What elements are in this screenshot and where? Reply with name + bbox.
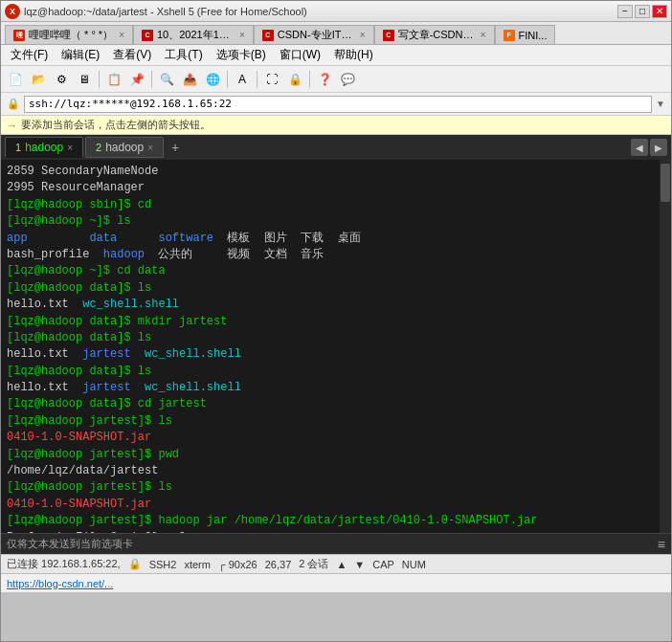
- toolbar-settings-btn[interactable]: ⚙: [51, 69, 72, 90]
- toolbar-new-btn[interactable]: 📄: [5, 69, 26, 90]
- toolbar-help-btn[interactable]: ❓: [314, 69, 335, 90]
- xshell-add-tab-btn[interactable]: +: [166, 138, 185, 157]
- terminal-scrollbar[interactable]: [660, 160, 671, 533]
- toolbar-fullscreen-btn[interactable]: ⛶: [261, 69, 282, 90]
- arrow-icon: →: [7, 120, 17, 131]
- tab2-close[interactable]: ×: [239, 30, 245, 40]
- term-line-10: [lqz@hadoop data]$ mkdir jartest: [7, 314, 654, 330]
- menu-tools[interactable]: 工具(T): [159, 45, 208, 65]
- status-num: NUM: [402, 559, 426, 570]
- xshell-tab-2[interactable]: 2 hadoop ×: [85, 137, 164, 158]
- menu-file[interactable]: 文件(F): [5, 45, 54, 65]
- close-button[interactable]: ✕: [652, 5, 667, 18]
- tab1-name: hadoop: [25, 141, 63, 154]
- menu-help[interactable]: 帮助(H): [328, 45, 379, 65]
- session-arrow-up[interactable]: ▲: [336, 559, 347, 570]
- fin-favicon: F: [504, 30, 515, 41]
- xshell-tabs-bar: 1 hadoop × 2 hadoop × + ◀ ▶: [1, 135, 671, 160]
- input-bar: 仅将文本发送到当前选项卡 ≡: [1, 533, 671, 554]
- term-line-17: 0410-1.0-SNAPSHOT.jar: [7, 430, 654, 446]
- address-bar: 🔒 ▼: [1, 93, 671, 116]
- write-favicon: C: [383, 30, 394, 41]
- terminal-container: 2859 SecondaryNameNode 2995 ResourceMana…: [1, 160, 671, 533]
- toolbar-open-btn[interactable]: 📂: [28, 69, 49, 90]
- csdn1-favicon: C: [142, 30, 153, 41]
- xshell-tab-nav: ◀ ▶: [631, 139, 667, 156]
- tab4-close[interactable]: ×: [481, 30, 486, 40]
- term-line-12: hello.txt jartest wc_shell.shell: [7, 346, 654, 363]
- toolbar-web-btn[interactable]: 🌐: [202, 69, 223, 90]
- term-line-21: 0410-1.0-SNAPSHOT.jar: [7, 497, 654, 513]
- status-caps: CAP: [372, 559, 394, 570]
- bilibili-favicon: 哩: [13, 30, 25, 41]
- tab3-close[interactable]: ×: [360, 30, 366, 40]
- toolbar-sep1: [99, 71, 100, 88]
- tab2-name: hadoop: [105, 141, 144, 154]
- tab2-close-btn[interactable]: ×: [147, 143, 153, 153]
- session-arrow-down[interactable]: ▼: [354, 559, 365, 570]
- toolbar-chat-btn[interactable]: 💬: [337, 69, 358, 90]
- browser-tab-fin[interactable]: F FINI...: [495, 25, 556, 44]
- browser-tab-2021[interactable]: C 10、2021年1800... ×: [133, 25, 254, 44]
- address-input[interactable]: [24, 96, 652, 113]
- terminal[interactable]: 2859 SecondaryNameNode 2995 ResourceMana…: [1, 160, 660, 533]
- browser-tab-csdn[interactable]: C CSDN-专业IT技术... ×: [254, 25, 374, 44]
- csdn2-favicon: C: [262, 30, 274, 41]
- toolbar-lock-btn[interactable]: 🔒: [284, 69, 305, 90]
- term-line-5: app data software 模板 图片 下载 桌面: [7, 231, 654, 247]
- toolbar-sep5: [309, 71, 310, 88]
- term-line-3: [lqz@hadoop sbin]$ cd: [7, 197, 654, 213]
- term-line-13: [lqz@hadoop data]$ ls: [7, 364, 654, 380]
- term-line-9: hello.txt wc_shell.shell: [7, 297, 654, 313]
- tab3-label: CSDN-专业IT技术...: [278, 28, 354, 42]
- menu-edit[interactable]: 编辑(E): [56, 45, 105, 65]
- info-text: 要添加当前会话，点击左侧的箭头按钮。: [21, 118, 211, 132]
- status-lock-icon: 🔒: [128, 558, 142, 570]
- term-line-1: 2859 SecondaryNameNode: [7, 164, 654, 180]
- bilibili-tab-close[interactable]: ×: [119, 30, 124, 40]
- tab4-label: 写文章-CSDN博客...: [398, 28, 475, 42]
- toolbar-transfer-btn[interactable]: 📤: [179, 69, 200, 90]
- tab-nav-right-btn[interactable]: ▶: [650, 139, 667, 156]
- tab-nav-left-btn[interactable]: ◀: [631, 139, 648, 156]
- menu-window[interactable]: 窗口(W): [274, 45, 326, 65]
- term-line-2: 2995 ResourceManager: [7, 180, 654, 196]
- minimize-button[interactable]: −: [617, 5, 633, 18]
- maximize-button[interactable]: □: [635, 5, 650, 18]
- toolbar-connect-btn[interactable]: 🖥: [74, 69, 95, 90]
- term-line-22: [lqz@hadoop jartest]$ hadoop jar /home/l…: [7, 513, 654, 529]
- browser-tab-write[interactable]: C 写文章-CSDN博客... ×: [374, 25, 495, 44]
- title-bar-controls: − □ ✕: [617, 5, 667, 18]
- lock-icon: 🔒: [7, 98, 20, 110]
- status-protocol: SSH2: [149, 559, 177, 570]
- toolbar-sep3: [227, 71, 228, 88]
- menu-tabs[interactable]: 选项卡(B): [211, 45, 272, 65]
- input-bar-text: 仅将文本发送到当前选项卡: [7, 537, 133, 551]
- bilibili-tab-label: 哩哩哔哩（ * ° *）: [29, 28, 113, 42]
- main-window: X lqz@hadoop:~/data/jartest - Xshell 5 (…: [0, 0, 672, 642]
- input-menu-icon[interactable]: ≡: [658, 537, 665, 552]
- term-line-20: [lqz@hadoop jartest]$ ls: [7, 479, 654, 496]
- term-line-7: [lqz@hadoop ~]$ cd data: [7, 263, 654, 279]
- tab1-close-btn[interactable]: ×: [67, 143, 73, 153]
- tab2-label: 10、2021年1800...: [157, 28, 234, 42]
- address-dropdown-btn[interactable]: ▼: [656, 99, 665, 109]
- browser-tab-bilibili[interactable]: 哩 哩哩哔哩（ * ° *） ×: [5, 25, 133, 44]
- term-line-15: [lqz@hadoop data]$ cd jartest: [7, 396, 654, 412]
- browser-tabs-bar: 哩 哩哩哔哩（ * ° *） × C 10、2021年1800... × C C…: [1, 22, 671, 45]
- toolbar-search-btn[interactable]: 🔍: [156, 69, 177, 90]
- xshell-tab-1[interactable]: 1 hadoop ×: [5, 137, 83, 158]
- toolbar-copy-btn[interactable]: 📋: [103, 69, 124, 90]
- csdn-link[interactable]: https://blog-csdn.net/...: [7, 578, 113, 589]
- toolbar: 📄 📂 ⚙ 🖥 📋 📌 🔍 📤 🌐 A ⛶ 🔒 ❓ 💬: [1, 66, 671, 93]
- title-bar: X lqz@hadoop:~/data/jartest - Xshell 5 (…: [1, 1, 671, 22]
- scroll-thumb[interactable]: [661, 164, 670, 202]
- term-line-11: [lqz@hadoop data]$ ls: [7, 330, 654, 346]
- menu-view[interactable]: 查看(V): [107, 45, 157, 65]
- info-bar: → 要添加当前会话，点击左侧的箭头按钮。: [1, 116, 671, 135]
- toolbar-font-btn[interactable]: A: [232, 69, 253, 90]
- status-bar: 已连接 192.168.1.65:22, 🔒 SSH2 xterm ┌ 90x2…: [1, 554, 671, 573]
- tab1-num: 1: [15, 142, 21, 153]
- bottom-info-bar: https://blog-csdn.net/...: [1, 573, 671, 592]
- toolbar-paste-btn[interactable]: 📌: [126, 69, 147, 90]
